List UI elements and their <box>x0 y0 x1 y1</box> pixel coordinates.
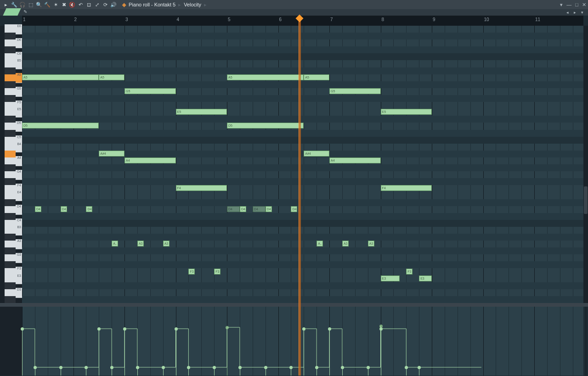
midi-note[interactable]: D5 <box>22 123 99 129</box>
scrollbar-thumb[interactable] <box>584 186 588 214</box>
midi-note[interactable]: F4 <box>176 185 227 191</box>
nav-btn-2[interactable]: ▾ <box>579 9 585 16</box>
velocity-stick[interactable] <box>266 367 266 376</box>
velocity-stick[interactable] <box>240 367 240 376</box>
velocity-stick[interactable] <box>124 329 125 376</box>
black-key[interactable] <box>5 199 16 206</box>
midi-note[interactable]: D4 <box>35 206 41 212</box>
black-key[interactable] <box>5 46 16 53</box>
midi-note[interactable]: F3 <box>188 269 195 275</box>
tool-icon-8[interactable]: 🔇 <box>69 2 75 8</box>
black-key[interactable] <box>5 95 16 102</box>
velocity-stick[interactable] <box>381 329 381 376</box>
pattern-tab[interactable] <box>3 8 21 16</box>
tool-icon-9[interactable]: ↶ <box>77 2 84 8</box>
tool-icon-0[interactable]: ▸ <box>3 2 9 8</box>
midi-note[interactable]: A3 <box>368 241 374 247</box>
black-key[interactable] <box>5 33 16 39</box>
velocity-stick[interactable] <box>86 367 86 376</box>
black-key[interactable] <box>5 130 16 137</box>
black-key[interactable] <box>5 81 16 88</box>
midi-note[interactable]: A#4 <box>304 151 329 157</box>
midi-note[interactable]: D5 <box>227 123 304 129</box>
tool-icon-3[interactable]: ⬚ <box>28 2 34 8</box>
tool-icon-5[interactable]: 🔨 <box>44 2 51 8</box>
velocity-stick[interactable] <box>342 367 343 376</box>
midi-note[interactable]: D4 <box>266 206 272 212</box>
midi-note[interactable]: A5 <box>227 74 304 80</box>
velocity-stick[interactable] <box>329 329 330 376</box>
midi-note[interactable]: D4 <box>86 206 92 212</box>
window-button-3[interactable]: ✕ <box>582 2 586 8</box>
black-key[interactable] <box>5 282 16 289</box>
midi-note[interactable]: A5 <box>22 74 99 80</box>
midi-note[interactable]: A#4 <box>99 151 124 157</box>
black-key[interactable] <box>5 234 16 241</box>
tool-icon-1[interactable]: 🔧 <box>11 2 17 8</box>
velocity-stick[interactable] <box>227 327 227 376</box>
midi-note[interactable]: D4 <box>240 206 246 212</box>
window-button-0[interactable]: ▾ <box>560 2 563 8</box>
vertical-scrollbar[interactable] <box>583 26 588 303</box>
black-key[interactable] <box>5 261 16 268</box>
velocity-stick[interactable] <box>112 367 112 376</box>
midi-note[interactable]: D4 <box>61 206 67 212</box>
midi-note[interactable]: A4 <box>329 157 381 163</box>
velocity-stick[interactable] <box>368 367 368 376</box>
black-key[interactable] <box>5 164 16 171</box>
midi-note[interactable]: E5 <box>176 109 227 115</box>
midi-note[interactable]: A5 <box>99 74 124 80</box>
velocity-stick[interactable] <box>22 329 23 376</box>
black-key[interactable] <box>5 116 16 123</box>
midi-note[interactable]: A.. <box>317 241 323 247</box>
midi-note[interactable]: E3 <box>381 275 400 281</box>
note-grid[interactable]: A5A5G5E5D5A#4A4F4A5A5D5G5A#4A4E5F4D4D4D4… <box>22 26 583 303</box>
tool-icon-10[interactable]: ⊡ <box>85 2 92 8</box>
midi-note[interactable]: D4 <box>291 206 297 212</box>
window-button-1[interactable]: — <box>566 2 571 7</box>
midi-note[interactable]: G5 <box>329 88 381 94</box>
velocity-lane[interactable] <box>22 307 583 376</box>
timeline-ruler[interactable]: 1234567891011 <box>22 16 583 26</box>
tool-icon-2[interactable]: 🎧 <box>19 2 26 8</box>
velocity-stick[interactable] <box>188 367 189 376</box>
velocity-stick[interactable] <box>419 367 419 376</box>
tool-icon-6[interactable]: ✶ <box>52 2 59 8</box>
tool-icon-13[interactable]: 🔊 <box>110 2 117 8</box>
velocity-stick[interactable] <box>137 367 138 376</box>
tool-icon-7[interactable]: ✖ <box>61 2 67 8</box>
black-key[interactable] <box>5 178 16 185</box>
velocity-stick[interactable] <box>317 367 317 376</box>
velocity-stick[interactable] <box>99 329 99 376</box>
midi-note[interactable]: A3 <box>342 241 349 247</box>
velocity-stick[interactable] <box>214 367 215 376</box>
midi-note[interactable]: D4 <box>227 206 240 212</box>
black-key[interactable] <box>5 296 16 303</box>
velocity-stick[interactable] <box>61 367 61 376</box>
black-key[interactable] <box>5 67 16 74</box>
black-key[interactable] <box>5 213 16 220</box>
splitter-handle[interactable] <box>0 303 588 307</box>
nav-btn-1[interactable]: ▸ <box>571 9 578 16</box>
midi-note[interactable]: G5 <box>124 88 176 94</box>
midi-note[interactable]: D4 <box>253 206 266 212</box>
window-button-2[interactable]: □ <box>575 2 578 7</box>
velocity-stick[interactable] <box>176 329 176 376</box>
midi-note[interactable]: A.. <box>112 241 118 247</box>
black-key[interactable] <box>5 247 16 254</box>
midi-note[interactable]: F3 <box>406 269 413 275</box>
piano-keyboard[interactable]: E6D6C6B5A5G5F5E5D5C5B4A4G4F4E4D4C4B3A3G3… <box>0 26 22 303</box>
nav-btn-0[interactable]: ◂ <box>564 9 571 16</box>
draw-tool-icon[interactable]: ✎ <box>22 9 28 16</box>
velocity-stick[interactable] <box>406 367 407 376</box>
midi-note[interactable]: A3 <box>137 241 144 247</box>
tool-icon-4[interactable]: 🔍 <box>36 2 42 8</box>
velocity-stick[interactable] <box>163 367 164 376</box>
tool-icon-12[interactable]: ⟳ <box>102 2 108 8</box>
midi-note[interactable]: F4 <box>381 185 432 191</box>
midi-note[interactable]: E5 <box>381 109 432 115</box>
velocity-stick[interactable] <box>291 367 291 376</box>
velocity-stick[interactable] <box>304 329 304 376</box>
midi-note[interactable]: A4 <box>124 157 176 163</box>
midi-note[interactable]: A5 <box>304 74 329 80</box>
